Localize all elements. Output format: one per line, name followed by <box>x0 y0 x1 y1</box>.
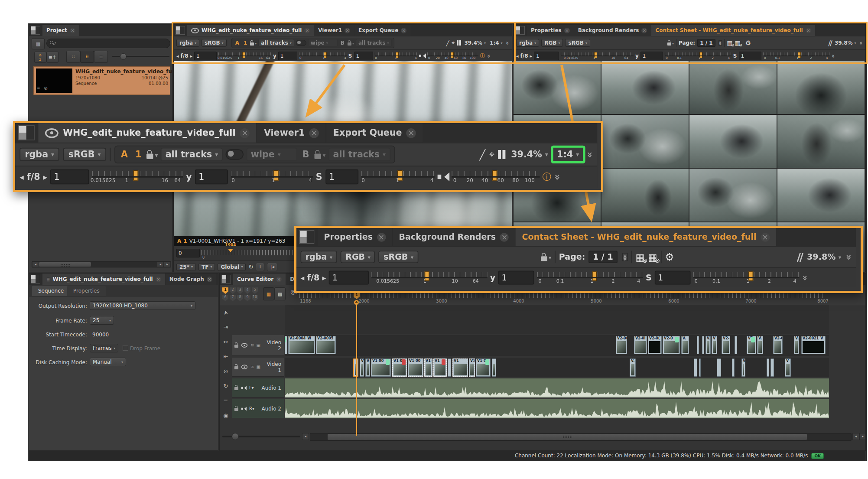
panel-menu-icon[interactable] <box>221 275 231 283</box>
saturation-input[interactable]: 1 <box>654 271 690 285</box>
tab-sequence-viewer[interactable]: WHG_edit_nuke_feature_video_full × <box>38 123 256 143</box>
a-buffer-index[interactable]: 1 <box>242 40 248 46</box>
lock-icon[interactable]: ▾ <box>348 40 354 46</box>
channels-dropdown[interactable]: rgba▾ <box>176 39 199 47</box>
lock-icon[interactable]: ▾ <box>250 40 257 46</box>
timeline-marker-tag[interactable]: 1 <box>222 287 228 294</box>
timeline-clip[interactable] <box>492 358 496 377</box>
tab-contact-sheet[interactable]: Contact Sheet - WHG_edit_nuke_feature_vi… <box>516 228 776 246</box>
panel-menu-icon[interactable] <box>176 26 185 35</box>
close-icon[interactable]: × <box>761 232 770 241</box>
timeline-clip[interactable]: V2-0021_V <box>801 336 826 354</box>
gamma-slider[interactable]: 014 <box>299 51 347 61</box>
fstop-decrease-icon[interactable]: ◂ <box>176 53 179 59</box>
colorspace-dropdown[interactable]: sRGB▾ <box>565 39 590 47</box>
timeline-clip[interactable]: V2-0i <box>634 336 647 354</box>
saturation-input[interactable]: 1 <box>739 52 761 60</box>
join-tool-icon[interactable]: ≡ <box>221 397 230 405</box>
collapse-chevron-icon[interactable]: » <box>485 54 492 58</box>
close-icon[interactable]: × <box>156 277 161 282</box>
saturation-input[interactable]: 1 <box>325 169 358 184</box>
audio2-track[interactable] <box>285 399 829 418</box>
project-clip-item[interactable]: ≣ ◎ WHG_edit_nuke_feature_video_full 192… <box>33 66 170 95</box>
fps-dropdown[interactable]: 25*▾ <box>176 263 196 271</box>
gain-slider[interactable]: 0.01562511664 <box>92 168 183 186</box>
page-spinner[interactable]: ▲▼ <box>622 253 628 261</box>
gain-input[interactable]: 1 <box>194 52 217 60</box>
in-point-button[interactable]: I <box>256 263 264 271</box>
loop-playback-icon[interactable]: ↻ <box>248 264 253 270</box>
timeline-clip[interactable] <box>702 336 704 354</box>
channels-dropdown[interactable]: rgba▾ <box>20 148 59 161</box>
frame-input[interactable]: 0 <box>176 249 200 257</box>
timeline-clip[interactable]: V. <box>630 358 636 377</box>
range-dropdown[interactable]: Global▾ <box>218 263 246 271</box>
proxy-toggle-icon[interactable]: ∕∕ <box>828 39 832 47</box>
wipe-toggle[interactable] <box>296 40 306 46</box>
track-header-video1[interactable]: ≋▣ Video 1 <box>232 358 284 377</box>
slip-tool-icon[interactable]: ↔ <box>221 338 230 346</box>
audio1-track[interactable] <box>285 378 829 398</box>
tab-viewer1[interactable]: Viewer1 × <box>314 25 354 36</box>
gamma-input[interactable]: 1 <box>498 271 534 285</box>
timeline-clip[interactable]: V1 <box>469 358 475 377</box>
fstop-increase-icon[interactable]: ▸ <box>190 53 192 59</box>
saturation-slider[interactable]: 014 <box>361 168 434 186</box>
gamma-input[interactable]: 1 <box>640 52 663 60</box>
colorspace-dropdown[interactable]: sRGB▾ <box>63 148 106 161</box>
close-icon[interactable]: × <box>207 277 212 282</box>
lock-icon[interactable]: ▾ <box>667 40 674 46</box>
timeline-marker-tag[interactable]: 6 <box>222 295 228 301</box>
layer-dropdown[interactable]: RGB▾ <box>341 251 375 263</box>
a-buffer-index[interactable]: 1 <box>133 149 144 160</box>
clear-all-renders-icon[interactable]: ▦⊗ <box>648 251 657 262</box>
timeline-marker-tag[interactable]: 2 <box>230 287 236 294</box>
fstop-increase-icon[interactable]: ▸ <box>530 53 532 59</box>
zoom-level-dropdown[interactable]: 39.4%▾ <box>463 39 487 46</box>
close-icon[interactable]: × <box>641 28 647 33</box>
gain-slider[interactable]: 0.01562511664 <box>218 51 271 61</box>
wipe-toggle[interactable] <box>225 149 243 160</box>
close-icon[interactable]: × <box>500 232 509 241</box>
collapse-chevron-icon[interactable]: » <box>504 41 510 45</box>
pause-icon[interactable] <box>498 150 506 159</box>
colorspace-dropdown[interactable]: sRGB▾ <box>202 39 226 47</box>
move-tool-icon[interactable]: ⇥ <box>221 323 230 332</box>
contact-sheet-thumbnail[interactable] <box>689 115 777 168</box>
timeline-clip[interactable]: V2- <box>722 336 730 354</box>
select-tool-icon[interactable]: ➤ <box>221 307 231 318</box>
tab-export-queue[interactable]: Export Queue × <box>326 123 423 143</box>
tab-background-renders[interactable]: Background Renders × <box>393 228 515 246</box>
lock-icon[interactable]: ▾ <box>541 253 551 261</box>
timeline-clip[interactable]: V. <box>757 336 763 354</box>
video1-track[interactable]: VVV1-00V1-0V1-00V1-!V1V1V1V1-0V.VV <box>285 358 829 377</box>
a-tracks-dropdown[interactable]: all tracks▾ <box>161 148 222 161</box>
track-header-video2[interactable]: ≋▣ Video 2 <box>232 335 284 356</box>
timeline-clip[interactable]: V <box>712 336 717 354</box>
clear-row-renders-icon[interactable]: ▦⊗ <box>727 39 732 46</box>
timeline-clip[interactable] <box>285 336 287 354</box>
gamma-input[interactable]: 1 <box>278 52 297 60</box>
timeline-clip[interactable] <box>717 358 721 377</box>
zoom-level-dropdown[interactable]: 39.4%▾ <box>510 149 549 161</box>
gamma-slider[interactable]: 00.1124 <box>665 51 731 61</box>
panel-menu-icon[interactable] <box>31 26 40 35</box>
saturation-slider[interactable]: 00.1124 <box>693 269 799 286</box>
collapse-chevron-icon[interactable]: » <box>858 41 864 45</box>
a-buffer-button[interactable]: A <box>119 149 130 160</box>
timeline-clip[interactable]: V2-C <box>773 336 783 354</box>
timeline-clip[interactable]: V1-! <box>424 358 432 377</box>
timeline-clip[interactable]: V1-00 <box>408 358 423 377</box>
timeline-clip[interactable]: V1 <box>452 358 468 377</box>
roi-icon[interactable]: ⌖ <box>452 39 455 46</box>
a-tracks-dropdown[interactable]: all tracks▾ <box>258 39 294 47</box>
close-icon[interactable]: × <box>276 277 282 282</box>
fstop-decrease-icon[interactable]: ◂ <box>516 53 519 59</box>
tab-properties[interactable]: Properties × <box>527 25 574 36</box>
saturation-slider[interactable]: 00.1124 <box>763 51 830 61</box>
timeline-clip[interactable]: V <box>741 358 745 377</box>
timeline-clip[interactable] <box>767 358 769 377</box>
timeline-clip[interactable]: V <box>785 358 791 377</box>
settings-gear-icon[interactable]: ⚙ <box>665 251 674 263</box>
fstop-increase-icon[interactable]: ▸ <box>43 172 48 182</box>
